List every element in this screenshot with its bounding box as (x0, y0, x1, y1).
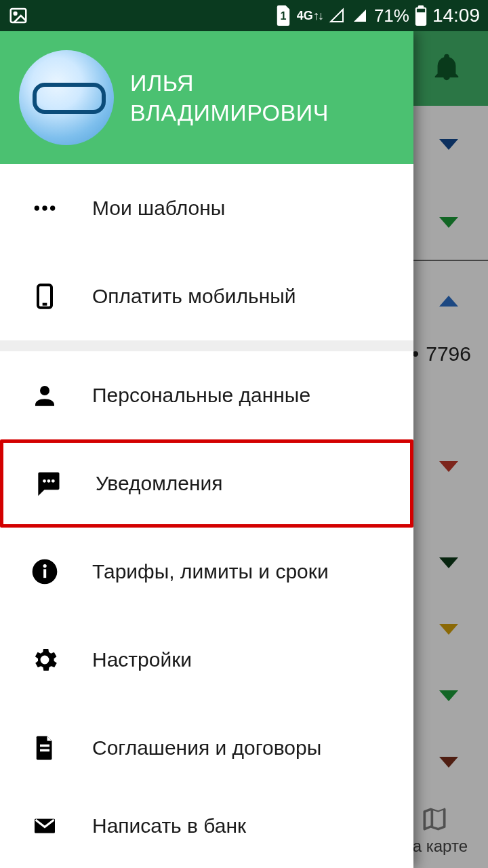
menu-item-tariffs[interactable]: Тарифы, лимиты и сроки (0, 528, 413, 616)
svg-rect-20 (417, 9, 425, 12)
svg-point-0 (35, 205, 39, 210)
svg-rect-14 (11, 9, 26, 22)
svg-point-1 (42, 205, 47, 210)
svg-rect-18 (418, 5, 424, 8)
menu-label: Оплатить мобильный (92, 285, 296, 308)
svg-text:1: 1 (280, 9, 286, 22)
user-last-name: ВЛАДИМИРОВИЧ (130, 98, 329, 127)
smartphone-icon (24, 280, 65, 313)
battery-percent: 71% (374, 5, 409, 26)
sim-icon: 1 (275, 5, 291, 26)
navigation-drawer: ИЛЬЯ ВЛАДИМИРОВИЧ Мои шаблоны Оплатить м… (0, 31, 413, 868)
sms-icon (28, 469, 68, 498)
signal-sim1-icon (328, 7, 346, 24)
menu-item-write-bank[interactable]: Написать в банк (0, 792, 413, 860)
menu-label: Тарифы, лимиты и сроки (92, 560, 329, 583)
battery-icon (415, 5, 427, 26)
user-name: ИЛЬЯ ВЛАДИМИРОВИЧ (130, 68, 329, 127)
menu-item-notifications[interactable]: Уведомления (0, 439, 413, 528)
section-divider (0, 340, 413, 351)
info-icon (24, 557, 65, 587)
menu-item-settings[interactable]: Настройки (0, 616, 413, 704)
svg-point-8 (52, 479, 55, 483)
person-icon (24, 381, 65, 410)
clock: 14:09 (432, 5, 480, 26)
network-4g-icon: 4G↑↓ (297, 10, 323, 21)
svg-rect-10 (43, 569, 46, 578)
menu-label: Соглашения и договоры (92, 736, 321, 760)
svg-rect-12 (40, 745, 49, 747)
signal-sim2-icon (351, 7, 369, 24)
menu-label: Написать в банк (92, 814, 246, 837)
menu-item-templates[interactable]: Мои шаблоны (0, 164, 413, 252)
mail-icon (24, 814, 65, 838)
menu-label: Настройки (92, 648, 192, 671)
more-horizontal-icon (24, 195, 65, 222)
gear-icon (24, 645, 65, 675)
image-notification-icon (8, 5, 28, 26)
svg-point-5 (40, 386, 49, 395)
svg-rect-19 (417, 13, 425, 24)
menu-item-pay-mobile[interactable]: Оплатить мобильный (0, 252, 413, 340)
svg-rect-13 (40, 749, 49, 752)
document-icon (24, 732, 65, 764)
menu-label: Уведомления (96, 472, 223, 495)
avatar (19, 50, 114, 145)
menu-item-personal[interactable]: Персональные данные (0, 351, 413, 439)
svg-point-7 (47, 479, 51, 483)
menu-label: Мои шаблоны (92, 197, 225, 220)
drawer-header[interactable]: ИЛЬЯ ВЛАДИМИРОВИЧ (0, 31, 413, 164)
user-first-name: ИЛЬЯ (130, 68, 329, 98)
svg-point-6 (43, 479, 46, 483)
svg-point-15 (14, 12, 17, 15)
menu-label: Персональные данные (92, 384, 310, 407)
svg-point-11 (43, 564, 47, 568)
menu-item-agreements[interactable]: Соглашения и договоры (0, 704, 413, 792)
svg-point-2 (50, 205, 55, 210)
status-bar: 1 4G↑↓ 71% 14:09 (0, 0, 488, 31)
